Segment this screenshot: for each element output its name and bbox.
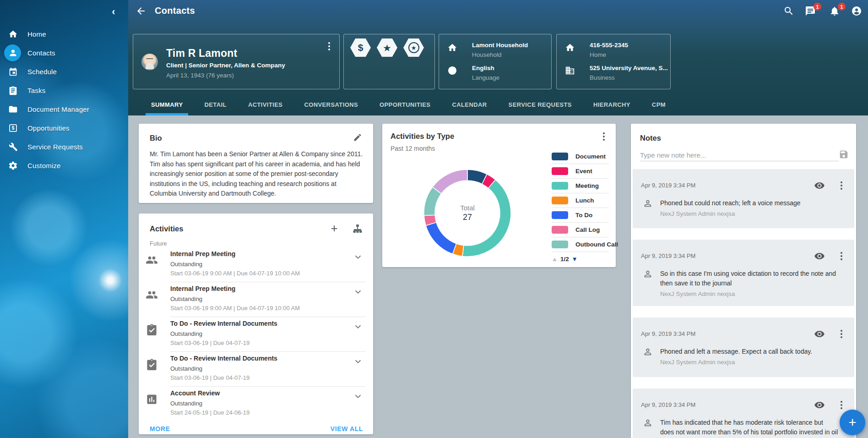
household-label: Household — [472, 51, 502, 58]
legend-row: Event — [552, 164, 609, 179]
tab-hierarchy[interactable]: HIERARCHY — [593, 94, 630, 115]
legend-page-up-icon[interactable]: ▲ — [552, 256, 558, 263]
contact-subtitle: Client | Senior Partner, Allen & Company — [166, 62, 285, 69]
sidebar-item-schedule[interactable]: Schedule — [0, 62, 128, 81]
activity-title: Account Review — [170, 389, 220, 397]
note-entry: Apr 9, 2019 3:34 PM Tim has indicated th… — [633, 389, 854, 438]
back-arrow-icon[interactable] — [136, 5, 148, 18]
sidebar-item-contacts[interactable]: Contacts — [0, 44, 128, 62]
chevron-down-icon[interactable] — [353, 252, 363, 262]
legend-page-indicator: 1/2 — [560, 256, 569, 263]
donut-segment — [426, 222, 456, 254]
bar-chart-icon — [146, 393, 158, 405]
activity-title: To Do - Review Internal Documents — [170, 320, 277, 327]
building-icon — [565, 66, 575, 76]
sidebar-item-tasks[interactable]: Tasks — [0, 81, 128, 100]
legend-swatch — [552, 153, 568, 160]
view-all-button[interactable]: VIEW ALL — [331, 425, 363, 433]
save-note-icon[interactable] — [839, 149, 850, 160]
more-button[interactable]: MORE — [150, 425, 170, 433]
donut-segment — [462, 180, 511, 257]
notes-title: Notes — [640, 134, 661, 142]
activity-row[interactable]: Account Review Outstanding Start 24-05-1… — [139, 387, 373, 422]
bio-card: Bio Mr. Tim Lamont has been a Senior Par… — [139, 124, 373, 203]
person-icon — [643, 347, 653, 357]
search-icon[interactable] — [783, 5, 796, 18]
chart-title: Activities by Type — [391, 132, 454, 141]
note-text: So in this case I'm using voice dictatio… — [660, 269, 839, 288]
profile-menu-icon[interactable] — [325, 41, 334, 52]
note-author: NexJ System Admin nexjsa — [660, 209, 839, 219]
address-value[interactable]: 525 University Avenue, S... — [590, 65, 668, 71]
tab-summary[interactable]: SUMMARY — [151, 94, 183, 115]
chart-legend: Document Event Meeting Lunch To Do Call … — [552, 149, 609, 252]
tab-service-requests[interactable]: SERVICE REQUESTS — [509, 94, 572, 115]
sidebar-collapse-icon[interactable]: ‹ — [107, 5, 120, 19]
activities-by-type-card: Activities by Type Past 12 months Total … — [382, 124, 616, 267]
legend-page-down-icon[interactable]: ▼ — [572, 256, 578, 263]
legend-swatch — [552, 182, 568, 190]
dollar-badge-icon[interactable]: $ — [350, 38, 371, 57]
tab-opportunities[interactable]: OPPORTUNITIES — [380, 94, 430, 115]
activity-title: To Do - Review Internal Documents — [170, 355, 277, 362]
legend-row: To Do — [552, 208, 609, 223]
chevron-down-icon[interactable] — [353, 322, 363, 332]
edit-pencil-icon[interactable] — [353, 133, 363, 143]
tab-cpm[interactable]: CPM — [652, 94, 666, 115]
add-activity-icon[interactable]: + — [328, 223, 340, 235]
activity-row[interactable]: To Do - Review Internal Documents Outsta… — [139, 352, 373, 387]
sidebar-item-home[interactable]: Home — [0, 25, 128, 44]
note-date: Apr 9, 2019 3:34 PM — [641, 182, 695, 189]
notifications-icon[interactable]: 1 — [829, 5, 842, 18]
chevron-down-icon[interactable] — [353, 391, 363, 401]
add-fab-button[interactable]: + — [840, 410, 865, 435]
donut-chart: Total 27 — [423, 169, 511, 257]
app-root: ‹ Home Contacts Schedule — [0, 0, 868, 438]
language-value: English — [472, 65, 494, 71]
dollar-box-icon: $ — [7, 123, 18, 134]
eye-icon[interactable] — [814, 328, 825, 339]
sidebar-item-opportunities[interactable]: $ Opportunities — [0, 119, 128, 137]
people-icon — [146, 254, 158, 266]
household-card: Lamont Household Household English Langu… — [439, 34, 552, 89]
chevron-down-icon[interactable] — [353, 287, 363, 297]
chart-menu-icon[interactable] — [599, 131, 608, 142]
page-title: Contacts — [155, 5, 195, 16]
household-name[interactable]: Lamont Household — [472, 42, 528, 49]
tab-conversations[interactable]: CONVERSATIONS — [304, 94, 358, 115]
sidebar-item-service-requests[interactable]: Service Requests — [0, 137, 128, 156]
circle-star-badge-icon[interactable]: ★ — [403, 38, 424, 57]
sidebar-item-document-manager[interactable]: Document Manager — [0, 100, 128, 119]
phone-number[interactable]: 416-555-2345 — [590, 42, 628, 49]
account-icon[interactable] — [851, 5, 864, 18]
note-menu-icon[interactable] — [837, 180, 846, 191]
hierarchy-view-icon[interactable] — [352, 224, 363, 235]
note-menu-icon[interactable] — [837, 251, 846, 262]
activity-row[interactable]: Internal Prep Meeting Outstanding Start … — [139, 247, 373, 282]
tab-calendar[interactable]: CALENDAR — [452, 94, 487, 115]
tab-detail[interactable]: DETAIL — [204, 94, 226, 115]
home-icon — [447, 43, 457, 53]
chevron-down-icon[interactable] — [353, 356, 363, 367]
chat-icon[interactable]: 1 — [805, 5, 818, 18]
legend-swatch — [552, 167, 568, 175]
activity-row[interactable]: To Do - Review Internal Documents Outsta… — [139, 317, 373, 352]
activity-dates: Start 03-06-19 | Due 04-07-19 — [170, 374, 250, 381]
eye-icon[interactable] — [814, 251, 825, 262]
note-text: Phoned but could not reach; left a voice… — [660, 198, 839, 208]
note-author: NexJ System Admin nexjsa — [660, 289, 839, 299]
activities-title: Activities — [150, 224, 183, 233]
sidebar: ‹ Home Contacts Schedule — [0, 0, 128, 438]
tab-activities[interactable]: ACTIVITIES — [248, 94, 283, 115]
eye-icon[interactable] — [814, 180, 825, 191]
eye-icon[interactable] — [814, 400, 825, 411]
avatar — [141, 54, 158, 70]
sidebar-item-customize[interactable]: Customize — [0, 156, 128, 175]
star-badge-icon[interactable]: ★ — [377, 38, 397, 57]
new-note-input[interactable] — [640, 149, 839, 161]
activity-status: Outstanding — [170, 261, 202, 268]
activity-row[interactable]: Internal Prep Meeting Outstanding Start … — [139, 282, 373, 317]
note-menu-icon[interactable] — [837, 328, 846, 339]
note-menu-icon[interactable] — [837, 400, 846, 411]
globe-icon — [447, 66, 457, 76]
